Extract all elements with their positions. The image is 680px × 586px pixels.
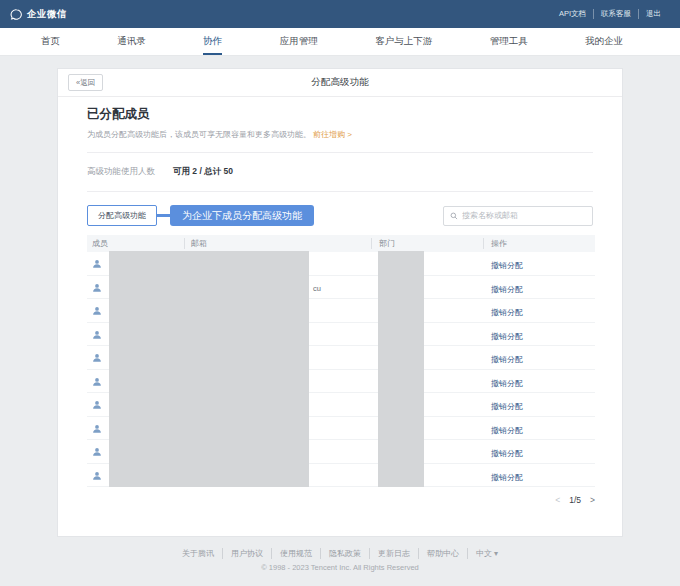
description-text: 为成员分配高级功能后，该成员可享无限容量和更多高级功能。	[87, 130, 311, 139]
copyright: © 1998 - 2023 Tencent Inc. All Rights Re…	[0, 563, 680, 572]
revoke-assignment-link[interactable]: 撤销分配	[491, 260, 523, 271]
member-avatar-icon	[92, 259, 102, 269]
redaction-overlay-member-email	[109, 251, 309, 487]
pagination-current: 1/5	[569, 495, 581, 505]
column-header-email: 邮箱	[191, 235, 207, 252]
member-avatar-icon	[92, 306, 102, 316]
member-avatar-icon	[92, 400, 102, 410]
card-titlebar: «返回 分配高级功能	[58, 69, 622, 97]
revoke-assignment-link[interactable]: 撤销分配	[491, 472, 523, 483]
nav-item[interactable]: 通讯录	[117, 28, 146, 55]
column-header-member: 成员	[92, 235, 108, 252]
members-table: 成员 邮箱 部门 操作 撤销分	[87, 235, 595, 487]
column-divider	[371, 238, 372, 249]
pagination: < 1/5 >	[87, 495, 595, 505]
chat-bubble-icon	[10, 8, 23, 21]
usage-label: 高级功能使用人数	[87, 166, 155, 178]
member-avatar-icon	[92, 377, 102, 387]
column-header-actions: 操作	[491, 235, 507, 252]
nav-item[interactable]: 协作	[203, 28, 222, 55]
topbar: 企业微信 API文档联系客服退出	[0, 0, 680, 28]
member-avatar-icon	[92, 424, 102, 434]
assign-premium-button[interactable]: 分配高级功能	[87, 205, 157, 226]
topbar-link[interactable]: 退出	[638, 9, 668, 19]
footer-link[interactable]: 使用规范	[271, 548, 320, 559]
member-avatar-icon	[92, 471, 102, 481]
nav-item[interactable]: 应用管理	[280, 28, 318, 55]
revoke-assignment-link[interactable]: 撤销分配	[491, 425, 523, 436]
table-body: 撤销分配 cu 撤销分配	[87, 252, 595, 487]
search-box	[443, 206, 593, 226]
topbar-link[interactable]: 联系客服	[593, 9, 638, 19]
nav-item[interactable]: 我的企业	[585, 28, 623, 55]
pagination-prev-icon[interactable]: <	[555, 495, 560, 505]
main-nav: 首页通讯录协作应用管理客户与上下游管理工具我的企业	[0, 28, 680, 56]
column-header-department: 部门	[379, 235, 395, 252]
table-header: 成员 邮箱 部门 操作	[87, 235, 595, 252]
logo-text: 企业微信	[27, 8, 67, 21]
revoke-assignment-link[interactable]: 撤销分配	[491, 284, 523, 295]
usage-stats-row: 高级功能使用人数 可用 2 / 总计 50	[87, 152, 593, 192]
wecom-logo[interactable]: 企业微信	[10, 8, 67, 21]
section-description: 为成员分配高级功能后，该成员可享无限容量和更多高级功能。前往增购 >	[87, 129, 593, 140]
pagination-next-icon[interactable]: >	[590, 495, 595, 505]
member-avatar-icon	[92, 330, 102, 340]
page-title: 分配高级功能	[58, 76, 622, 89]
assigned-members-card: «返回 分配高级功能 已分配成员 为成员分配高级功能后，该成员可享无限容量和更多…	[57, 68, 623, 537]
footer-links: 关于腾讯用户协议使用规范隐私政策更新日志帮助中心 中文 ▾	[0, 548, 680, 559]
search-icon	[450, 212, 458, 220]
language-selector[interactable]: 中文 ▾	[467, 548, 506, 559]
revoke-assignment-link[interactable]: 撤销分配	[491, 331, 523, 342]
search-input[interactable]	[462, 211, 586, 220]
revoke-assignment-link[interactable]: 撤销分配	[491, 354, 523, 365]
revoke-assignment-link[interactable]: 撤销分配	[491, 378, 523, 389]
usage-value: 可用 2 / 总计 50	[173, 166, 233, 178]
nav-item[interactable]: 管理工具	[490, 28, 528, 55]
member-avatar-icon	[92, 447, 102, 457]
card-body: 已分配成员 为成员分配高级功能后，该成员可享无限容量和更多高级功能。前往增购 >…	[58, 106, 622, 505]
email-text: cu	[313, 284, 321, 293]
section-title: 已分配成员	[87, 106, 593, 123]
back-button[interactable]: «返回	[68, 74, 103, 91]
footer-link[interactable]: 帮助中心	[418, 548, 467, 559]
screen: 企业微信 API文档联系客服退出 首页通讯录协作应用管理客户与上下游管理工具我的…	[0, 0, 680, 586]
toolbar: 分配高级功能 为企业下成员分配高级功能	[87, 205, 593, 226]
footer-link[interactable]: 隐私政策	[320, 548, 369, 559]
topbar-link[interactable]: API文档	[552, 9, 593, 19]
annotation-tooltip: 为企业下成员分配高级功能	[170, 205, 314, 226]
footer-link[interactable]: 关于腾讯	[174, 548, 222, 559]
footer-link[interactable]: 更新日志	[369, 548, 418, 559]
footer-link[interactable]: 用户协议	[222, 548, 271, 559]
footer: 关于腾讯用户协议使用规范隐私政策更新日志帮助中心 中文 ▾ © 1998 - 2…	[0, 548, 680, 572]
revoke-assignment-link[interactable]: 撤销分配	[491, 307, 523, 318]
purchase-link[interactable]: 前往增购 >	[313, 130, 352, 139]
revoke-assignment-link[interactable]: 撤销分配	[491, 401, 523, 412]
annotation-connector-line	[157, 214, 170, 217]
member-avatar-icon	[92, 353, 102, 363]
nav-item[interactable]: 首页	[41, 28, 60, 55]
topbar-links: API文档联系客服退出	[552, 9, 668, 19]
column-divider	[483, 238, 484, 249]
column-divider	[184, 238, 185, 249]
redaction-overlay-department	[378, 251, 424, 487]
member-avatar-icon	[92, 283, 102, 293]
nav-item[interactable]: 客户与上下游	[375, 28, 432, 55]
revoke-assignment-link[interactable]: 撤销分配	[491, 448, 523, 459]
